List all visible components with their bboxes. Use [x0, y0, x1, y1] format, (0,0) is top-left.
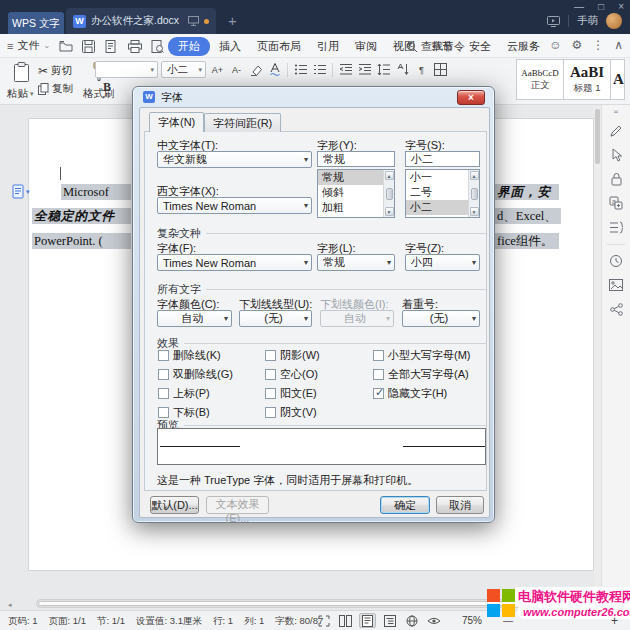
zoom-in-icon[interactable]: + — [611, 614, 618, 628]
paste-icon[interactable] — [12, 62, 31, 83]
style-partial[interactable]: A — [610, 59, 625, 100]
complex-style-select[interactable]: 常规 ▾ — [317, 254, 395, 271]
effect-strikethrough[interactable]: 删除线(K) — [158, 348, 221, 363]
scroll-left-icon[interactable]: ◂ — [8, 601, 12, 609]
scroll-down-icon[interactable]: ▼ — [470, 207, 479, 216]
copy-button[interactable]: 复制 — [38, 82, 73, 96]
line-spacing-icon[interactable] — [375, 61, 392, 78]
sort-icon[interactable] — [394, 61, 411, 78]
style-normal[interactable]: AaBbCcD 正文 — [516, 59, 564, 100]
more-icon[interactable]: ⋮ — [592, 38, 604, 52]
feedback-smiley-icon[interactable]: ☺ — [549, 38, 561, 52]
tab-review[interactable]: 审阅 — [348, 37, 384, 56]
scroll-up-icon[interactable]: ▲ — [470, 171, 479, 180]
effect-all-caps[interactable]: 全部大写字母(A) — [373, 367, 469, 382]
print-icon[interactable] — [127, 39, 142, 54]
cancel-button[interactable]: 取消 — [436, 496, 484, 514]
sidebar-toggle-icon[interactable]: ≍ — [613, 109, 619, 115]
edit-pen-icon[interactable] — [608, 123, 624, 139]
font-style-input[interactable]: 常规 — [317, 151, 395, 167]
scroll-down-icon[interactable]: ▼ — [385, 207, 394, 216]
avatar[interactable] — [606, 13, 622, 29]
ok-button[interactable]: 确定 — [380, 496, 430, 514]
translate-icon[interactable]: a — [608, 195, 624, 211]
emphasis-mark-select[interactable]: (无) ▾ — [402, 310, 480, 327]
tab-insert[interactable]: 插入 — [212, 37, 248, 56]
two-page-view-icon[interactable] — [337, 613, 354, 628]
export-pdf-icon[interactable] — [104, 39, 119, 54]
zoom-level[interactable]: 75% — [462, 615, 482, 626]
user-name[interactable]: 手萌 — [577, 14, 598, 28]
scroll-up-icon[interactable]: ▲ — [385, 171, 394, 180]
style-heading1[interactable]: AaBI 标题 1 — [563, 59, 611, 100]
save-icon[interactable] — [81, 39, 96, 54]
list-scrollbar[interactable]: ▲ ▼ — [468, 170, 479, 217]
paste-options-widget[interactable]: ▾ — [12, 184, 30, 199]
dialog-titlebar[interactable]: W 字体 — [133, 87, 494, 107]
scrollbar-thumb[interactable] — [595, 109, 600, 164]
complex-font-select[interactable]: Times New Roman ▾ — [157, 254, 312, 271]
page-view-icon[interactable] — [359, 613, 376, 628]
maximize-button[interactable]: □ — [598, 1, 604, 13]
clear-format-icon[interactable] — [247, 61, 264, 78]
font-style-option[interactable]: 倾斜 — [318, 185, 383, 200]
effect-superscript[interactable]: 上标(P) — [158, 386, 210, 401]
vertical-scrollbar[interactable] — [594, 106, 601, 598]
outline-view-icon[interactable] — [381, 613, 398, 628]
outline-panel-icon[interactable] — [608, 219, 624, 235]
dialog-close-button[interactable]: × — [457, 90, 485, 105]
window-close-button[interactable]: × — [618, 1, 624, 13]
font-style-list[interactable]: 常规 倾斜 加粗 ▲ ▼ — [317, 169, 395, 218]
list-scrollbar[interactable]: ▲ ▼ — [383, 170, 394, 217]
borders-grid-icon[interactable] — [432, 61, 449, 78]
font-name-select[interactable]: ▾ — [95, 61, 158, 78]
font-size-list[interactable]: 小一 二号 小二 ▲ ▼ — [405, 169, 480, 218]
increase-indent-icon[interactable] — [356, 61, 373, 78]
decrease-indent-icon[interactable] — [337, 61, 354, 78]
tab-cloud[interactable]: 云服务 — [500, 37, 547, 56]
web-view-icon[interactable] — [403, 613, 420, 628]
show-paragraph-icon[interactable]: ¶ — [413, 61, 430, 78]
scrollbar-thumb[interactable] — [471, 188, 478, 200]
search-command[interactable]: 查找命令 — [406, 39, 465, 54]
font-size-option[interactable]: 小一 — [406, 170, 468, 185]
font-style-option[interactable]: 加粗 — [318, 200, 383, 215]
print-preview-icon[interactable] — [150, 39, 165, 54]
open-folder-icon[interactable] — [58, 39, 73, 54]
select-cursor-icon[interactable] — [608, 147, 624, 163]
font-size-select[interactable]: 小二 ▾ — [161, 61, 206, 78]
presentation-icon[interactable] — [547, 16, 560, 27]
increase-font-icon[interactable]: A+ — [209, 61, 226, 78]
font-color-select[interactable]: 自动 ▾ — [157, 310, 232, 327]
collapse-ribbon-icon[interactable]: ∧ — [614, 38, 623, 52]
settings-gear-icon[interactable]: ⚙ — [571, 38, 582, 52]
numbered-list-icon[interactable] — [311, 61, 328, 78]
wps-app-tab[interactable]: WPS 文字 — [8, 12, 64, 34]
complex-size-select[interactable]: 小四 ▾ — [405, 254, 480, 271]
bullet-list-icon[interactable] — [292, 61, 309, 78]
tab-char-spacing[interactable]: 字符间距(R) — [204, 113, 281, 132]
font-size-option[interactable]: 小二 — [406, 200, 468, 215]
image-panel-icon[interactable] — [608, 277, 624, 293]
bold-button[interactable]: B — [103, 80, 111, 95]
effect-shadow[interactable]: 阴影(W) — [265, 348, 320, 363]
file-menu-button[interactable]: ≡ 文件 ⌄ — [7, 38, 50, 53]
decrease-font-icon[interactable]: A- — [228, 61, 245, 78]
gallery-more-icon[interactable]: › — [614, 74, 617, 85]
effect-double-strikethrough[interactable]: 双删除线(G) — [158, 367, 233, 382]
minimize-button[interactable]: — — [574, 1, 584, 13]
chinese-font-select[interactable]: 华文新魏 ▾ — [157, 151, 312, 168]
tab-page-layout[interactable]: 页面布局 — [250, 37, 308, 56]
share-icon[interactable] — [608, 301, 624, 317]
effect-emboss[interactable]: 阳文(E) — [265, 386, 317, 401]
eye-protection-icon[interactable] — [425, 613, 442, 628]
western-font-select[interactable]: Times New Roman ▾ — [157, 197, 312, 214]
font-size-input[interactable]: 小二 — [405, 151, 480, 167]
effect-outline[interactable]: 空心(O) — [265, 367, 318, 382]
effect-hidden-text[interactable]: 隐藏文字(H) — [373, 386, 447, 401]
tab-references[interactable]: 引用 — [310, 37, 346, 56]
cut-button[interactable]: ✂剪切 — [38, 64, 72, 78]
font-style-option[interactable]: 常规 — [318, 170, 383, 185]
effect-small-caps[interactable]: 小型大写字母(M) — [373, 348, 471, 363]
document-tab[interactable]: W 办公软件之家.docx — [66, 8, 216, 34]
